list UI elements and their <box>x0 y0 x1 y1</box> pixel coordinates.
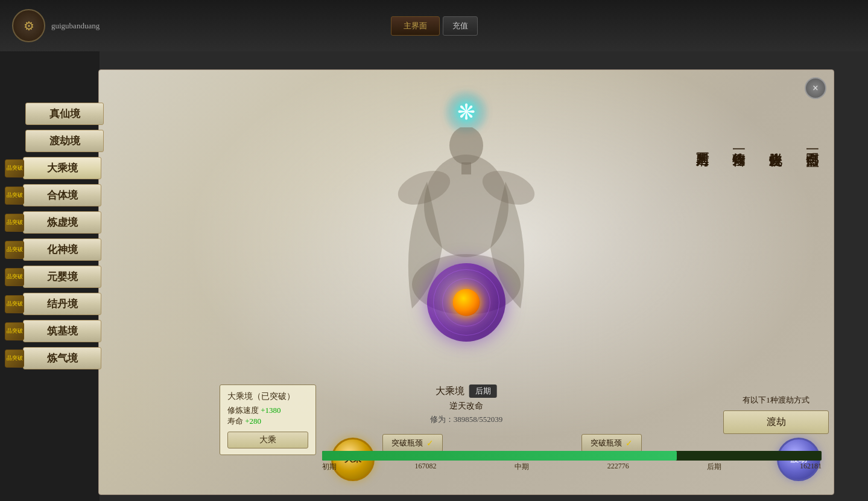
badge-元婴境: 品突破 <box>5 268 24 286</box>
label-162181: 162181 <box>800 462 822 472</box>
progress-bar-fill <box>322 451 677 461</box>
badge-化神境: 品突破 <box>5 241 24 259</box>
recharge-button[interactable]: 充值 <box>443 16 478 36</box>
sidebar-item-化神境[interactable]: 品突破 化神境 <box>5 238 204 261</box>
avatar: ⚙ <box>12 9 45 42</box>
progress-bar-bg <box>322 451 822 461</box>
badge-炼虚境: 品突破 <box>5 214 24 232</box>
badge-结丹境: 品突破 <box>5 295 24 313</box>
sidebar-item-大乘境[interactable]: 品突破 大乘境 <box>5 157 204 179</box>
figure-container: ❋ <box>334 88 599 426</box>
sidebar-item-结丹境[interactable]: 品突破 结丹境 <box>5 293 204 315</box>
main-modal: × ❋ <box>98 69 834 495</box>
sidebar-label-真仙境: 真仙境 <box>25 103 104 125</box>
label-初期: 初期 <box>322 462 337 472</box>
info-box-title: 大乘境（已突破） <box>227 391 308 402</box>
sidebar-item-渡劫境[interactable]: 渡劫境 <box>5 130 204 152</box>
sidebar-label-炼气境: 炼气境 <box>23 347 101 369</box>
life-label: 寿命 <box>227 416 243 426</box>
dujie-hint: 有以下1种渡劫方式 <box>723 395 829 406</box>
dujie-button[interactable]: 渡劫 <box>723 410 829 434</box>
username-label: guigubanduang <box>51 21 100 31</box>
sidebar-label-筑基境: 筑基境 <box>23 320 101 342</box>
sidebar-item-炼虚境[interactable]: 品突破 炼虚境 <box>5 211 204 234</box>
speed-label: 修炼速度 <box>227 406 259 415</box>
sidebar-item-真仙境[interactable]: 真仙境 <box>5 103 204 125</box>
sidebar-label-渡劫境: 渡劫境 <box>25 130 104 152</box>
stage-phase-badge: 后期 <box>469 385 497 398</box>
energy-orb <box>427 263 505 342</box>
label-后期: 后期 <box>707 462 721 472</box>
badge-炼气境: 品突破 <box>5 349 24 368</box>
dujie-panel: 有以下1种渡劫方式 渡劫 <box>723 395 829 434</box>
orb-inner <box>453 289 480 316</box>
life-value: +280 <box>245 416 261 426</box>
sidebar-item-合体境[interactable]: 品突破 合体境 <box>5 184 204 206</box>
speed-value: +1380 <box>261 406 280 415</box>
stage-subtitle: 逆天改命 <box>430 401 503 412</box>
lotus-symbol: ❋ <box>457 100 475 125</box>
sidebar-label-炼虚境: 炼虚境 <box>23 211 101 234</box>
badge-大乘境: 品突破 <box>5 159 24 177</box>
stage-progress-text: 修为：389858/552039 <box>430 414 503 425</box>
main-interface-button[interactable]: 主界面 <box>391 16 440 36</box>
badge-筑基境: 品突破 <box>5 322 24 340</box>
left-sidebar: 真仙境 渡劫境 品突破 大乘境 品突破 合体境 品突破 炼虚境 品突破 化神境 … <box>5 103 204 374</box>
sidebar-label-化神境: 化神境 <box>23 238 101 261</box>
sidebar-label-元婴境: 元婴境 <box>23 266 101 288</box>
sidebar-item-筑基境[interactable]: 品突破 筑基境 <box>5 320 204 342</box>
orb-outer <box>427 263 505 342</box>
progress-labels: 初期 167082 中期 222776 后期 162181 <box>322 462 822 472</box>
close-button[interactable]: × <box>805 77 826 99</box>
sidebar-item-炼气境[interactable]: 品突破 炼气境 <box>5 347 204 369</box>
sidebar-item-元婴境[interactable]: 品突破 元婴境 <box>5 266 204 288</box>
sidebar-label-结丹境: 结丹境 <box>23 293 101 315</box>
stage-display: 大乘境 后期 逆天改命 修为：389858/552039 <box>430 385 503 425</box>
label-167082: 167082 <box>415 462 437 472</box>
stage-name: 大乘境 后期 <box>436 385 497 398</box>
badge-合体境: 品突破 <box>5 187 24 205</box>
label-中期: 中期 <box>515 462 529 472</box>
info-life: 寿命 +280 <box>227 416 308 427</box>
info-speed: 修炼速度 +1380 <box>227 405 308 416</box>
top-bar: ⚙ guigubanduang 主界面 充值 <box>0 0 868 51</box>
sidebar-label-大乘境: 大乘境 <box>23 157 101 179</box>
sidebar-label-合体境: 合体境 <box>23 184 101 206</box>
label-222776: 222776 <box>607 462 629 472</box>
top-center-buttons: 主界面 充值 <box>391 16 478 36</box>
